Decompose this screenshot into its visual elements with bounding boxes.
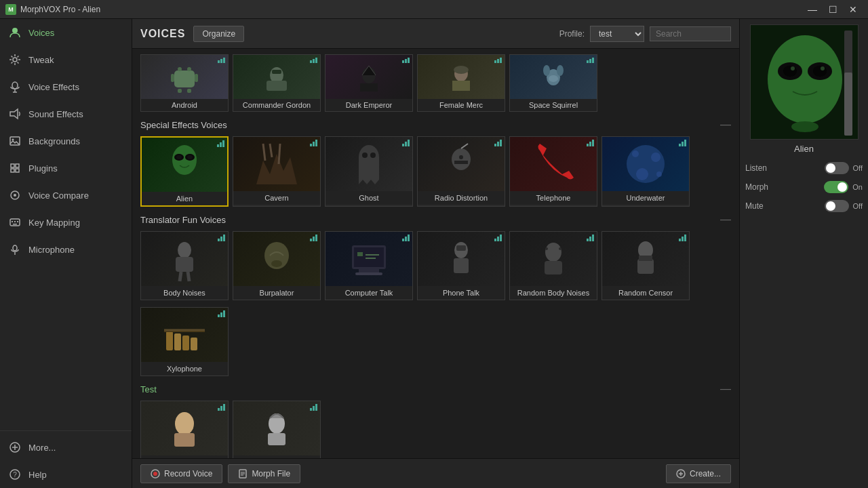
sidebar-item-voice-compare[interactable]: Voice Compare [0,182,132,209]
bar2 [313,237,315,241]
voice-card-name-random-body-noises: Random Body Noises [510,286,597,300]
app-logo: M [5,4,16,15]
translator-collapse[interactable]: — [720,214,731,226]
svg-point-113 [791,121,818,132]
voice-card-underwater[interactable]: Underwater [601,136,690,207]
sidebar-item-backgrounds[interactable]: Backgrounds [0,127,132,155]
voice-card-cavern[interactable]: Cavern [233,136,321,207]
voice-card-telephone[interactable]: Telephone [509,136,597,207]
voice-card-computer-talk[interactable]: Computer Talk [325,231,413,300]
create-label: Create... [690,469,721,479]
morph-toggle[interactable] [824,181,848,193]
sound-effects-icon [8,107,22,121]
volume-slider[interactable] [844,30,852,136]
voice-thumb-censor [602,232,689,286]
svg-rect-95 [268,433,285,445]
sidebar-item-microphone[interactable]: Microphone [0,236,132,263]
morph-file-label: Morph File [252,469,290,479]
voice-card-ghost[interactable]: Ghost [325,136,413,207]
more-icon [8,441,22,454]
record-voice-button[interactable]: Record Voice [140,464,222,483]
svg-rect-31 [178,89,182,93]
voice-card-commander[interactable]: Commander Gordon [233,54,321,112]
voice-card-name-test2 [233,455,320,458]
profile-select[interactable]: test Default Custom [590,26,644,42]
window-controls: — ☐ ✕ [803,3,863,16]
mute-toggle[interactable] [825,200,849,212]
voice-thumb-body [141,232,228,286]
svg-point-106 [768,35,842,123]
help-icon: ? [8,468,22,481]
bar1 [310,239,312,241]
svg-point-44 [549,75,558,82]
organize-button[interactable]: Organize [193,26,244,42]
bar1 [587,239,589,241]
test1-svg [161,405,208,452]
bar3 [592,140,594,146]
signal-bars [310,235,317,241]
special-effects-collapse[interactable]: — [720,119,731,131]
app-container: Voices Tweak Voice Effects Sound Effects… [0,19,868,488]
voice-card-name-xylophone: Xylophone [141,362,228,375]
voice-card-xylophone[interactable]: Xylophone [140,307,229,376]
maximize-button[interactable]: ☐ [823,3,842,16]
sidebar-item-key-mapping[interactable]: Key Mapping [0,209,132,236]
sidebar-item-voices[interactable]: Voices [0,19,132,46]
content-header: VOICES Organize Profile: test Default Cu… [132,19,739,49]
sidebar-item-voice-effects[interactable]: Voice Effects [0,73,132,100]
voice-thumb-radio [418,137,505,191]
svg-point-56 [459,155,463,159]
emperor-svg [352,60,386,94]
svg-point-59 [632,150,639,157]
voice-card-dark-emperor[interactable]: Dark Emperor [325,54,413,112]
voice-card-test-1[interactable] [140,401,229,458]
sidebar-item-plugins[interactable]: Plugins [0,155,132,182]
sidebar-item-sound-effects[interactable]: Sound Effects [0,100,132,127]
svg-rect-35 [272,70,281,74]
svg-point-53 [370,152,376,158]
volume-fill [844,73,852,136]
cavern-svg [253,140,300,188]
close-button[interactable]: ✕ [844,3,863,16]
voice-card-phone-talk[interactable]: Phone Talk [417,231,505,300]
sidebar-item-tweak[interactable]: Tweak [0,46,132,73]
listen-toggle[interactable] [825,162,849,174]
svg-point-61 [636,168,648,180]
bar1 [218,408,220,411]
voice-card-radio-distortion[interactable]: Radio Distortion [417,136,505,207]
morph-file-button[interactable]: Morph File [228,464,300,483]
translator-title: Translator Fun Voices [140,215,226,225]
main-content: VOICES Organize Profile: test Default Cu… [132,19,739,488]
voice-card-alien[interactable]: Alien [140,136,229,207]
signal-bars [494,235,502,241]
signal-bars [494,58,502,63]
voices-icon [8,26,22,39]
svg-rect-26 [174,70,195,87]
voice-card-space-squirrel[interactable]: Space Squirrel [509,54,597,112]
voice-card-body-noises[interactable]: Body Noises [140,231,229,300]
voice-card-test-2[interactable] [233,401,321,458]
voice-effects-icon [8,80,22,94]
bar2 [313,142,315,146]
bar3 [408,235,410,241]
bar1 [494,144,496,146]
voice-card-female-merc[interactable]: Female Merc [417,54,505,112]
sidebar-item-help[interactable]: ? Help [0,461,132,488]
voice-card-random-censor[interactable]: Random Censor [601,231,690,300]
voice-card-name-alien: Alien [142,192,227,205]
sidebar-item-more[interactable]: More... [0,434,132,461]
minimize-button[interactable]: — [803,3,822,16]
voice-card-android[interactable]: Android [140,54,229,112]
bar3 [592,58,594,63]
radio-svg [437,140,485,188]
svg-rect-34 [267,81,287,91]
bar1 [310,408,312,411]
create-button[interactable]: Create... [666,464,731,483]
bar2 [682,237,684,241]
voice-card-burpalator[interactable]: Burpalator [233,231,321,300]
search-input[interactable] [650,26,731,41]
bar1 [587,60,589,63]
bar1 [310,60,312,63]
voice-card-random-body-noises[interactable]: Random Body Noises [509,231,597,300]
test-collapse[interactable]: — [720,383,731,395]
